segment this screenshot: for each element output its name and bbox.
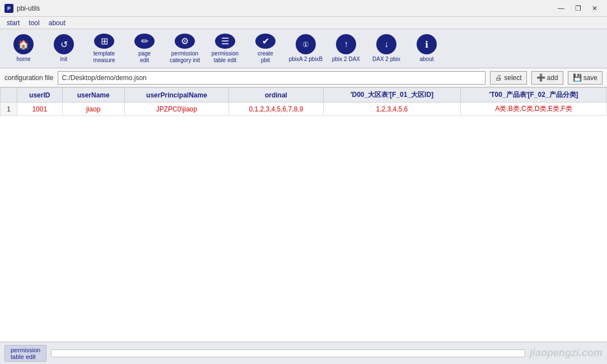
cell-rownum-1: 1	[1, 102, 17, 116]
add-icon: ➕	[536, 73, 545, 82]
template-measure-icon: ⊞	[94, 34, 114, 49]
toolbar-btn-pbix-2-dax[interactable]: ↑ pbix 2 DAX	[327, 31, 365, 66]
cell-userID-1: 1001	[17, 102, 63, 116]
col-header-d00: 'D00_大区表'[F_01_大区ID]	[323, 88, 460, 102]
cell-ordinal-1: 0,1,2,3,4,5,6,7,8,9	[229, 102, 324, 116]
app-icon: P	[4, 4, 13, 13]
cell-d00-1: 1,2,3,4,5,6	[323, 102, 460, 116]
status-progress-bar	[51, 349, 525, 357]
table-header-row: userID userName userPrincipalName ordina…	[1, 88, 607, 102]
toolbar-btn-init[interactable]: ↺ init	[45, 31, 83, 66]
create-pbit-icon: ✔	[255, 34, 276, 49]
toolbar: 🏠 home ↺ init ⊞ templatemeasure ✏ pageed…	[0, 29, 607, 68]
status-tab[interactable]: permissiontable edit	[4, 345, 46, 362]
status-bar: permissiontable edit jiaopengzi.com	[0, 342, 607, 364]
home-icon: 🏠	[13, 34, 34, 54]
col-header-ordinal: ordinal	[229, 88, 324, 102]
toolbar-btn-page-edit[interactable]: ✏ pageedit	[125, 31, 164, 66]
page-edit-icon: ✏	[134, 34, 155, 49]
table-row[interactable]: 1 1001 jiaop JPZPC0\jiaop 0,1,2,3,4,5,6,…	[1, 102, 607, 116]
col-header-userName: userName	[62, 88, 124, 102]
col-header-userID: userID	[17, 88, 63, 102]
menu-about[interactable]: about	[44, 18, 70, 28]
title-bar: P pbi-utils — ❐ ✕	[0, 0, 607, 17]
toolbar-btn-home[interactable]: 🏠 home	[4, 31, 43, 66]
col-header-rownum	[1, 88, 17, 102]
dax2pbix-icon: ↓	[376, 34, 396, 54]
toolbar-btn-about[interactable]: ℹ about	[408, 31, 446, 66]
about-icon: ℹ	[417, 34, 437, 54]
printer-icon: 🖨	[495, 73, 502, 82]
pbixA2pbixB-icon: ①	[296, 34, 316, 54]
toolbar-btn-pbixA-2-pbixB[interactable]: ① pbixA 2 pbixB	[287, 31, 325, 66]
toolbar-btn-permission-table-edit[interactable]: ☰ permissiontable edit	[206, 31, 244, 66]
cell-t00-1: A类,B类,C类,D类,E类,F类	[460, 102, 606, 116]
config-label: configuration file	[4, 74, 53, 82]
toolbar-btn-dax-2-pbix[interactable]: ↓ DAX 2 pbix	[367, 31, 405, 66]
close-button[interactable]: ✕	[587, 2, 603, 15]
toolbar-btn-permission-category-init[interactable]: ⚙ permissioncategory init	[166, 31, 204, 66]
select-button[interactable]: 🖨 select	[490, 71, 526, 85]
maximize-button[interactable]: ❐	[570, 2, 586, 15]
add-button[interactable]: ➕ add	[531, 71, 563, 85]
toolbar-btn-template-measure[interactable]: ⊞ templatemeasure	[85, 31, 123, 66]
watermark-text: jiaopengzi.com	[530, 347, 603, 359]
config-bar: configuration file 🖨 select ➕ add 💾 save	[0, 68, 607, 87]
config-input[interactable]	[58, 71, 485, 85]
save-icon: 💾	[573, 73, 582, 82]
init-icon: ↺	[54, 34, 74, 54]
pbix2dax-icon: ↑	[336, 34, 356, 54]
save-button[interactable]: 💾 save	[568, 71, 603, 85]
window-title: pbi-utils	[17, 4, 553, 12]
permission-table-edit-icon: ☰	[215, 34, 235, 49]
cell-userName-1: jiaop	[62, 102, 124, 116]
menu-start[interactable]: start	[2, 18, 24, 28]
col-header-t00: 'T00_产品表'[F_02_产品分类]	[460, 88, 606, 102]
minimize-button[interactable]: —	[553, 2, 569, 15]
menu-bar: start tool about	[0, 17, 607, 29]
toolbar-btn-create-pbit[interactable]: ✔ createpbit	[246, 31, 284, 66]
data-table: userID userName userPrincipalName ordina…	[0, 87, 607, 116]
cell-userPrincipalName-1: JPZPC0\jiaop	[124, 102, 228, 116]
window-controls: — ❐ ✕	[553, 2, 603, 15]
permission-category-init-icon: ⚙	[175, 34, 195, 49]
col-header-userPrincipalName: userPrincipalName	[124, 88, 228, 102]
main-content: userID userName userPrincipalName ordina…	[0, 87, 607, 342]
menu-tool[interactable]: tool	[24, 18, 44, 28]
